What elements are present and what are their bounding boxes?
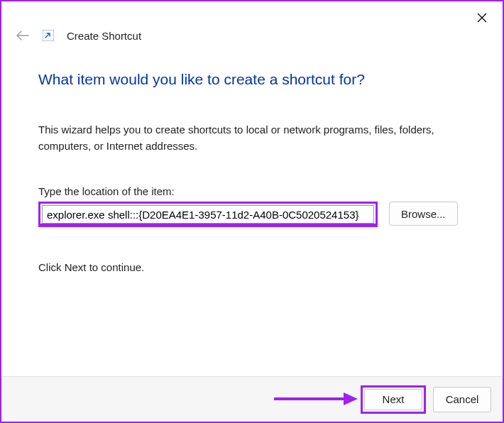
wizard-heading: What item would you like to create a sho… — [38, 71, 466, 88]
location-input[interactable] — [42, 205, 374, 224]
location-label: Type the location of the item: — [38, 185, 466, 197]
dialog-title: Create Shortcut — [67, 30, 141, 42]
next-button[interactable]: Next — [364, 389, 422, 410]
close-icon[interactable] — [476, 11, 488, 24]
browse-button[interactable]: Browse... — [389, 202, 458, 226]
shortcut-icon — [43, 30, 54, 41]
cancel-button[interactable]: Cancel — [433, 387, 491, 412]
continue-instruction: Click Next to continue. — [38, 261, 466, 273]
location-input-highlight — [38, 202, 378, 227]
svg-rect-2 — [43, 30, 54, 41]
dialog-footer: Next Cancel — [1, 376, 503, 422]
back-arrow-icon[interactable] — [16, 28, 30, 43]
next-button-highlight: Next — [361, 385, 426, 414]
wizard-description: This wizard helps you to create shortcut… — [38, 122, 450, 154]
